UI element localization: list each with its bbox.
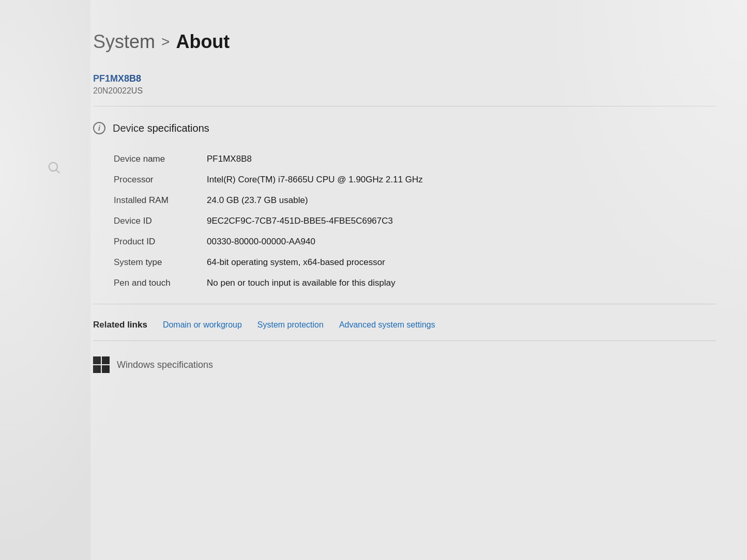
- windows-logo-q4: [102, 365, 110, 373]
- main-container: System > About PF1MX8B8 20N20022US i Dev…: [93, 0, 747, 373]
- related-link-domain-workgroup[interactable]: Domain or workgroup: [163, 320, 242, 330]
- windows-logo: [93, 356, 110, 373]
- breadcrumb: System > About: [93, 31, 716, 53]
- spec-label-2: Installed RAM: [114, 190, 207, 211]
- device-header: PF1MX8B8 20N20022US: [93, 73, 716, 106]
- breadcrumb-about: About: [176, 31, 230, 53]
- windows-spec-title: Windows specifications: [117, 360, 213, 370]
- search-icon-container: [47, 160, 61, 177]
- related-links-container: Domain or workgroupSystem protectionAdva…: [163, 320, 435, 330]
- spec-value-2: 24.0 GB (23.7 GB usable): [207, 190, 716, 211]
- spec-section-header: i Device specifications: [93, 122, 716, 134]
- svg-point-0: [49, 163, 57, 171]
- windows-spec-section: Windows specifications: [93, 356, 716, 373]
- related-links-label: Related links: [93, 320, 147, 330]
- spec-label-0: Device name: [114, 149, 207, 169]
- info-icon: i: [93, 122, 105, 134]
- spec-value-5: 64-bit operating system, x64-based proce…: [207, 252, 716, 273]
- windows-logo-q3: [93, 365, 101, 373]
- windows-logo-q2: [102, 356, 110, 364]
- related-link-advanced-system-settings[interactable]: Advanced system settings: [339, 320, 435, 330]
- windows-logo-q1: [93, 356, 101, 364]
- spec-grid: Device namePF1MX8B8ProcessorIntel(R) Cor…: [114, 149, 716, 293]
- breadcrumb-system[interactable]: System: [93, 31, 155, 53]
- spec-value-3: 9EC2CF9C-7CB7-451D-BBE5-4FBE5C6967C3: [207, 211, 716, 231]
- spec-label-6: Pen and touch: [114, 273, 207, 293]
- spec-section-title: Device specifications: [113, 122, 209, 134]
- spec-value-0: PF1MX8B8: [207, 149, 716, 169]
- spec-value-1: Intel(R) Core(TM) i7-8665U CPU @ 1.90GHz…: [207, 169, 716, 190]
- spec-label-4: Product ID: [114, 231, 207, 252]
- spec-section: i Device specifications Device namePF1MX…: [93, 122, 716, 304]
- spec-label-1: Processor: [114, 169, 207, 190]
- related-links-section: Related links Domain or workgroupSystem …: [93, 320, 716, 341]
- breadcrumb-separator: >: [161, 34, 170, 50]
- spec-label-5: System type: [114, 252, 207, 273]
- svg-line-1: [56, 170, 59, 173]
- device-name-primary: PF1MX8B8: [93, 73, 716, 84]
- spec-value-6: No pen or touch input is available for t…: [207, 273, 716, 293]
- page-title-area: System > About: [93, 31, 716, 53]
- related-link-system-protection[interactable]: System protection: [257, 320, 324, 330]
- sidebar: [0, 0, 90, 560]
- spec-label-3: Device ID: [114, 211, 207, 231]
- search-icon[interactable]: [47, 160, 61, 175]
- device-name-secondary: 20N20022US: [93, 86, 716, 96]
- spec-value-4: 00330-80000-00000-AA940: [207, 231, 716, 252]
